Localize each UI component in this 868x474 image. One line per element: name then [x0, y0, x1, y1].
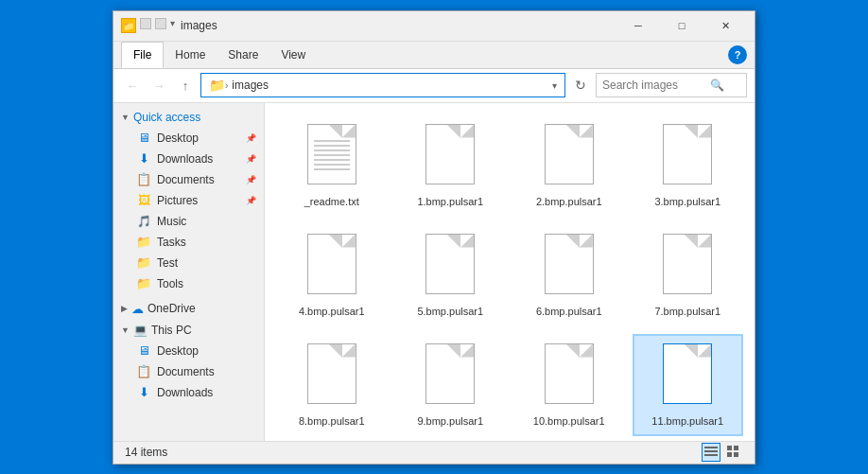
help-button[interactable]: ?	[728, 45, 747, 64]
window-folder-icon: 📁	[121, 18, 136, 33]
this-pc-header[interactable]: ▼ 💻 This PC	[113, 320, 264, 341]
status-view-icons	[702, 443, 743, 462]
documents-icon: 📋	[136, 172, 151, 187]
line5	[314, 159, 350, 161]
tab-share[interactable]: Share	[217, 42, 269, 68]
file-item[interactable]: 4.bmp.pulsar1	[276, 224, 388, 326]
svg-rect-3	[727, 446, 732, 450]
file-item[interactable]: 6.bmp.pulsar1	[513, 224, 625, 326]
sidebar-downloads-pc-label: Downloads	[157, 386, 213, 399]
pin-icon-pictures: 📌	[246, 196, 256, 205]
sidebar-item-tasks[interactable]: 📁 Tasks	[113, 232, 264, 253]
file-item[interactable]: 2.bmp.pulsar1	[513, 114, 625, 217]
file-item[interactable]: 1.bmp.pulsar1	[395, 114, 507, 217]
search-icon[interactable]: 🔍	[710, 79, 724, 92]
close-button[interactable]: ✕	[703, 10, 747, 41]
file-icon-3	[657, 124, 718, 192]
ribbon-tabs: File Home Share View ?	[113, 42, 755, 68]
sidebar-tasks-label: Tasks	[157, 236, 186, 249]
file-item[interactable]: 8.bmp.pulsar1	[276, 334, 388, 436]
sidebar-item-music[interactable]: 🎵 Music	[113, 211, 264, 232]
sidebar-downloads-label: Downloads	[157, 152, 213, 166]
file-page	[545, 234, 594, 294]
title-bar: 📁 ▾ images ─ □ ✕	[113, 11, 755, 42]
address-dropdown-icon[interactable]: ▾	[552, 80, 557, 91]
desktop-icon: 🖥	[136, 131, 151, 146]
sidebar-item-downloads-quick[interactable]: ⬇ Downloads 📌	[113, 149, 264, 169]
sidebar-item-desktop-quick[interactable]: 🖥 Desktop 📌	[113, 128, 264, 149]
sidebar-item-test[interactable]: 📁 Test	[113, 253, 264, 273]
sidebar-item-tools[interactable]: 📁 Tools	[113, 273, 264, 294]
file-item[interactable]: 9.bmp.pulsar1	[395, 334, 507, 436]
file-icon-6	[539, 234, 599, 302]
up-button[interactable]: ↑	[174, 74, 197, 97]
file-page	[425, 234, 475, 294]
sidebar: ▼ Quick access 🖥 Desktop 📌 ⬇ Downloads 📌…	[113, 103, 265, 441]
file-name: 6.bmp.pulsar1	[536, 306, 602, 317]
refresh-button[interactable]: ↻	[569, 74, 592, 97]
tab-file[interactable]: File	[121, 42, 164, 68]
file-name: _readme.txt	[304, 196, 359, 207]
file-name: 7.bmp.pulsar1	[654, 306, 720, 317]
file-name: 2.bmp.pulsar1	[536, 196, 602, 207]
sidebar-item-documents-pc[interactable]: 📋 Documents	[113, 361, 264, 382]
ribbon: File Home Share View ?	[113, 42, 755, 69]
file-area: _readme.txt 1.bmp.pulsar1	[265, 103, 755, 441]
forward-button[interactable]: →	[148, 74, 170, 97]
search-input[interactable]	[602, 79, 706, 92]
file-fold	[460, 125, 474, 138]
file-icon-txt	[302, 124, 362, 192]
onedrive-chevron: ▶	[121, 304, 128, 313]
minimize-button[interactable]: ─	[616, 10, 660, 41]
file-fold-inner	[566, 344, 580, 358]
file-page	[663, 124, 712, 184]
maximize-button[interactable]: □	[660, 10, 703, 41]
file-page	[307, 343, 356, 404]
tab-view[interactable]: View	[269, 42, 317, 68]
file-page	[307, 234, 356, 294]
file-item[interactable]: 10.bmp.pulsar1	[513, 334, 625, 436]
onedrive-header[interactable]: ▶ ☁ OneDrive	[113, 298, 264, 320]
file-page	[425, 343, 475, 404]
back-button[interactable]: ←	[121, 74, 144, 97]
onedrive-icon: ☁	[131, 302, 144, 316]
large-icons-view-button[interactable]	[724, 443, 743, 462]
pin-icon-downloads: 📌	[246, 154, 256, 164]
file-fold-inner	[447, 344, 460, 358]
pictures-icon: 🖼	[136, 193, 151, 208]
file-page	[663, 343, 712, 404]
sidebar-item-desktop-pc[interactable]: 🖥 Desktop	[113, 341, 264, 361]
this-pc-icon: 💻	[133, 324, 148, 337]
file-item[interactable]: _readme.txt	[276, 114, 388, 217]
address-bar: ← → ↑ 📁 › images ▾ ↻ 🔍	[113, 69, 755, 103]
sidebar-item-pictures-quick[interactable]: 🖼 Pictures 📌	[113, 190, 264, 211]
address-input[interactable]: 📁 › images ▾	[200, 73, 565, 97]
file-fold	[580, 125, 593, 138]
sidebar-documents-pc-label: Documents	[157, 365, 215, 378]
file-item-selected[interactable]: 11.bmp.pulsar1	[633, 334, 744, 436]
file-fold	[460, 344, 474, 358]
file-page	[663, 234, 712, 294]
file-item[interactable]: 3.bmp.pulsar1	[633, 114, 744, 217]
svg-rect-6	[734, 452, 738, 457]
line6	[314, 164, 350, 166]
file-fold-inner	[329, 344, 342, 358]
tasks-folder-icon: 📁	[136, 235, 151, 250]
music-icon: 🎵	[136, 214, 151, 229]
status-bar: 14 items	[113, 441, 755, 464]
search-box[interactable]: 🔍	[596, 73, 747, 97]
file-fold	[580, 235, 593, 248]
sidebar-item-documents-quick[interactable]: 📋 Documents 📌	[113, 169, 264, 190]
details-view-button[interactable]	[702, 443, 720, 462]
sidebar-item-downloads-pc[interactable]: ⬇ Downloads	[113, 382, 264, 403]
svg-rect-5	[727, 452, 732, 457]
file-fold	[698, 235, 711, 248]
file-icon-4	[302, 234, 362, 302]
file-item[interactable]: 5.bmp.pulsar1	[395, 224, 507, 326]
quick-access-header[interactable]: ▼ Quick access	[113, 107, 264, 128]
file-item[interactable]: 7.bmp.pulsar1	[633, 224, 744, 326]
line7	[314, 168, 350, 170]
quick-access-icon1	[140, 18, 151, 29]
sidebar-pictures-label: Pictures	[157, 194, 198, 207]
tab-home[interactable]: Home	[164, 42, 217, 68]
